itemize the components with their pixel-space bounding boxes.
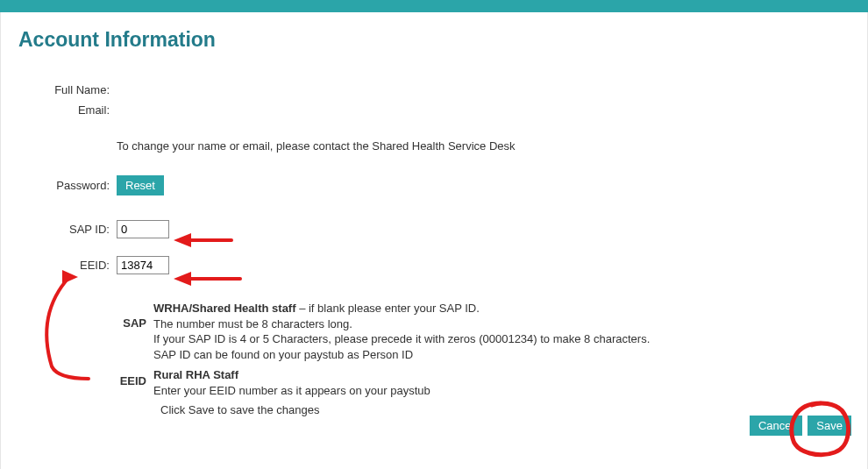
password-row: Password: Reset [18, 175, 850, 195]
sap-help-line2: The number must be 8 characters long. [153, 317, 352, 330]
eeid-row: EEID: [18, 256, 850, 274]
button-bar: Cancel Save [750, 416, 851, 436]
sap-help-line4: SAP ID can be found on your paystub as P… [153, 348, 413, 361]
save-note-bold: Save [189, 403, 215, 416]
sap-help-line3: If your SAP ID is 4 or 5 Characters, ple… [153, 332, 650, 345]
eeid-help-line1: Enter your EEID number as it appears on … [153, 384, 430, 397]
save-note: Click Save to save the changes [160, 403, 850, 416]
sap-help-line1: – if blank please enter your SAP ID. [296, 302, 480, 315]
sap-id-label: SAP ID: [18, 223, 117, 236]
save-button[interactable]: Save [808, 416, 851, 436]
eeid-label: EEID: [18, 259, 117, 272]
full-name-label: Full Name: [18, 83, 117, 96]
password-label: Password: [18, 179, 117, 192]
reset-button[interactable]: Reset [117, 175, 164, 195]
email-label: Email: [18, 103, 117, 117]
curve-annotation-eeid-icon [27, 270, 124, 384]
help-block: SAP WRHA/Shared Health staff – if blank … [117, 301, 850, 416]
sap-id-input[interactable] [117, 220, 169, 238]
eeid-help-text: Rural RHA Staff Enter your EEID number a… [153, 367, 430, 398]
cancel-button[interactable]: Cancel [750, 416, 802, 436]
sap-help-row: SAP WRHA/Shared Health staff – if blank … [117, 301, 850, 362]
eeid-help-row: EEID Rural RHA Staff Enter your EEID num… [117, 367, 850, 398]
eeid-help-title: Rural RHA Staff [153, 368, 238, 381]
save-note-suffix: to save the changes [214, 403, 319, 416]
sap-help-title: WRHA/Shared Health staff [153, 302, 296, 315]
top-bar [0, 0, 868, 12]
save-note-prefix: Click [160, 403, 189, 416]
sap-help-text: WRHA/Shared Health staff – if blank plea… [153, 301, 650, 362]
sap-id-row: SAP ID: [18, 220, 850, 238]
page-title: Account Information [18, 28, 850, 52]
email-row: Email: [18, 103, 850, 117]
sap-help-key: SAP [117, 301, 153, 330]
main-content: Account Information Full Name: Email: To… [0, 12, 868, 469]
eeid-input[interactable] [117, 256, 169, 274]
full-name-row: Full Name: [18, 83, 850, 96]
eeid-help-key: EEID [117, 367, 153, 387]
contact-note: To change your name or email, please con… [117, 139, 850, 153]
